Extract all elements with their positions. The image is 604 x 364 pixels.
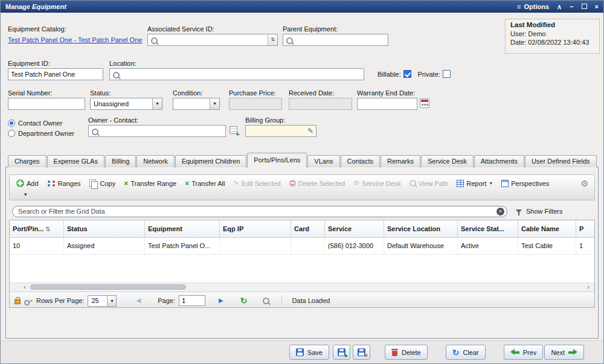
serial-number-input[interactable]: [8, 98, 85, 110]
add-button[interactable]: Add: [12, 177, 43, 190]
ports-pins-lens-panel: Add Ranges Copy ×Transfer Range ×Transfe…: [5, 167, 599, 339]
tab-attachments[interactable]: Attachments: [474, 155, 524, 167]
tab-charges[interactable]: Charges: [8, 155, 47, 167]
tab-network[interactable]: Network: [137, 155, 174, 167]
refresh-icon[interactable]: ↻: [240, 296, 248, 305]
owner-contact-input[interactable]: [89, 126, 225, 136]
parent-equipment-field: [283, 34, 388, 46]
transfer-all-button[interactable]: ×Transfer All: [181, 177, 229, 190]
show-filters-button[interactable]: Show Filters: [516, 208, 563, 215]
search-icon[interactable]: [263, 298, 269, 304]
column-header-status[interactable]: Status: [64, 220, 145, 237]
sort-icon[interactable]: ⇅: [45, 226, 50, 232]
settings-gear-icon[interactable]: ⚙: [580, 179, 588, 188]
private-checkbox[interactable]: [443, 70, 451, 78]
billing-group-input[interactable]: [246, 126, 316, 136]
view-path-button[interactable]: View Path: [405, 177, 452, 190]
tab-vlans[interactable]: VLans: [307, 155, 339, 167]
rows-per-page-label: Rows Per Page:: [36, 297, 84, 304]
location-input[interactable]: [110, 69, 364, 80]
save-close-button[interactable]: ×: [353, 345, 370, 360]
rows-per-page-select[interactable]: 25: [88, 295, 117, 307]
billable-checkbox[interactable]: [403, 70, 411, 78]
tab-contacts[interactable]: Contacts: [341, 155, 380, 167]
condition-label: Condition:: [173, 89, 203, 97]
scroll-left-icon[interactable]: ‹: [21, 283, 29, 291]
grid-search-input[interactable]: [12, 206, 507, 217]
next-page-icon[interactable]: ▶: [219, 298, 223, 304]
column-header-eqp-ip[interactable]: Eqp IP: [220, 220, 291, 237]
associated-service-id-input[interactable]: [148, 34, 277, 45]
tab-equipment-children[interactable]: Equipment Children: [175, 155, 247, 167]
save-next-button[interactable]: ▸: [333, 345, 350, 360]
scrollbar-thumb[interactable]: [30, 284, 186, 290]
tab-billing[interactable]: Billing: [105, 155, 136, 167]
grid-cell: [220, 238, 291, 254]
column-header-port-pin[interactable]: Port/Pin...⇅: [10, 220, 64, 237]
edit-pencil-icon: ✎: [233, 179, 239, 187]
save-button[interactable]: Save: [289, 345, 329, 360]
perspectives-button[interactable]: Perspectives: [497, 177, 553, 190]
report-button[interactable]: Report▼: [452, 177, 497, 190]
column-header-p[interactable]: P: [576, 220, 594, 237]
billable-label: Billable:: [378, 71, 401, 78]
tab-user-defined-fields[interactable]: User Defined Fields: [525, 155, 597, 167]
status-select[interactable]: Unassigned: [90, 98, 162, 110]
department-owner-option[interactable]: Department Owner: [8, 130, 74, 137]
collapse-button[interactable]: ∧: [557, 4, 562, 10]
clear-search-icon[interactable]: ×: [496, 208, 504, 216]
parent-equipment-input[interactable]: [283, 34, 388, 45]
column-header-service[interactable]: Service: [325, 220, 384, 237]
clear-icon: ↻: [452, 348, 460, 357]
service-id-spinner-button[interactable]: ⇅: [268, 34, 277, 45]
transfer-icon: ×: [185, 180, 189, 187]
column-header-service-status[interactable]: Service Stat...: [458, 220, 518, 237]
contact-owner-radio[interactable]: [8, 120, 15, 127]
tab-service-desk[interactable]: Service Desk: [421, 155, 474, 167]
scroll-right-icon[interactable]: ›: [584, 283, 593, 291]
department-owner-radio[interactable]: [8, 130, 15, 137]
column-header-equipment[interactable]: Equipment: [145, 220, 220, 237]
billable-private-group: Billable: Private:: [378, 70, 451, 78]
edit-pencil-icon[interactable]: ✎: [307, 127, 313, 136]
copy-button[interactable]: Copy: [85, 177, 120, 190]
key-icon[interactable]: [24, 297, 33, 305]
prev-button[interactable]: Prev: [504, 345, 544, 360]
contact-owner-option[interactable]: Contact Owner: [8, 120, 62, 127]
location-label: Location:: [109, 60, 137, 67]
equipment-id-input[interactable]: [8, 68, 103, 80]
ranges-button[interactable]: Ranges: [43, 177, 85, 190]
page-number-input[interactable]: [179, 295, 205, 306]
column-header-card[interactable]: Card: [291, 220, 325, 237]
options-button[interactable]: ≡ Options: [517, 3, 549, 10]
tab-remarks[interactable]: Remarks: [381, 155, 420, 167]
calendar-icon[interactable]: [420, 98, 429, 108]
minimize-button[interactable]: −: [570, 4, 573, 10]
lock-icon[interactable]: [14, 299, 21, 304]
edit-selected-button[interactable]: ✎Edit Selected: [229, 177, 284, 190]
add-contact-icon[interactable]: [230, 126, 237, 134]
tab-expense-glas[interactable]: Expense GLAs: [47, 155, 104, 167]
column-header-cable-name[interactable]: Cable Name: [518, 220, 576, 237]
clear-button[interactable]: ↻ Clear: [446, 345, 486, 360]
condition-select[interactable]: [173, 98, 220, 110]
delete-selected-button[interactable]: Delete Selected: [285, 177, 350, 190]
serial-number-label: Serial Number:: [8, 89, 52, 97]
popout-icon: [582, 4, 587, 9]
warranty-end-date-input[interactable]: [357, 98, 417, 110]
service-desk-button[interactable]: ⚙Service Desk: [349, 177, 405, 190]
delete-button[interactable]: Delete: [385, 345, 428, 360]
next-button[interactable]: Next: [544, 345, 584, 360]
toolbar-overflow-button[interactable]: ▾: [10, 191, 594, 199]
transfer-range-button[interactable]: ×Transfer Range: [120, 177, 181, 190]
tab-ports-pins-lens[interactable]: Ports/Pins/Lens: [247, 153, 307, 167]
grid-row[interactable]: 10 Assigned Test Patch Panel O... (586) …: [10, 238, 594, 255]
transfer-icon: ×: [124, 180, 128, 187]
popout-button[interactable]: [582, 4, 587, 10]
column-header-service-location[interactable]: Service Location: [384, 220, 458, 237]
equipment-catalog-link[interactable]: Test Patch Panel One - Test Patch Panel …: [8, 36, 142, 43]
grid-footer: Rows Per Page: 25 ◀ Page: ▶ ↻ Data Loade…: [10, 292, 594, 308]
close-button[interactable]: ×: [595, 4, 599, 10]
horizontal-scrollbar[interactable]: ‹ ›: [10, 283, 594, 292]
previous-page-icon[interactable]: ◀: [136, 298, 141, 304]
